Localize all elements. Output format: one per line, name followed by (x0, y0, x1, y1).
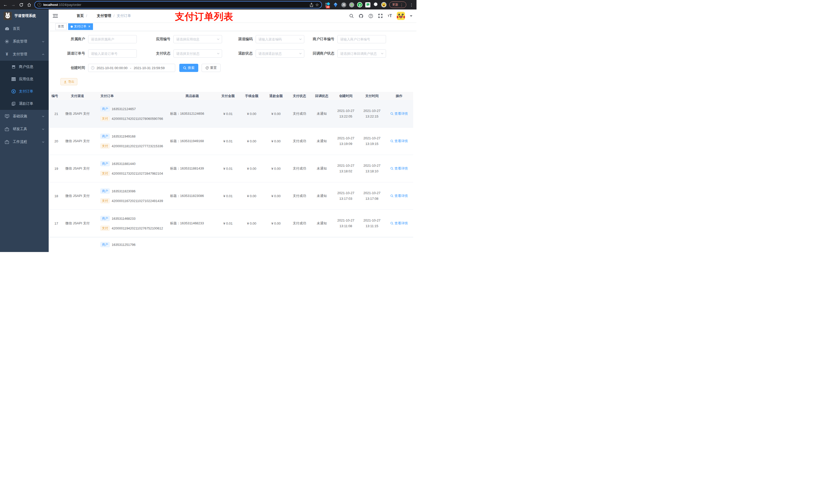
github-icon[interactable] (359, 14, 363, 19)
cell-notify-status: 未通知 (311, 166, 333, 171)
breadcrumb-current: 支付订单 (117, 14, 131, 18)
sidebar-item-home[interactable]: 首页 (0, 22, 49, 35)
payment-submenu: 商户信息 应用信息 支付订单 退款订单 (0, 61, 49, 110)
help-icon[interactable] (368, 14, 373, 19)
sidebar-item-payment[interactable]: ¥ 支付管理 (0, 48, 49, 61)
cell-create-time: 2021-10-2713:11:08 (333, 218, 359, 229)
search-button[interactable]: 搜索 (179, 64, 198, 72)
forward-icon[interactable]: → (10, 2, 16, 7)
merchant-order-no-input[interactable] (337, 35, 386, 43)
cell-notify-status: 未通知 (311, 112, 333, 116)
cell-pay-status: 支付成功 (288, 221, 311, 225)
cell-id: 20 (49, 139, 60, 143)
sidebar-fold-icon[interactable] (53, 14, 58, 18)
close-tag-icon[interactable]: ✕ (88, 25, 90, 28)
sidebar-item-dev-tools[interactable]: 研发工具 (0, 123, 49, 136)
orders-table: 编号 支付渠道 支付订单 商品标题 支付金额 手续金额 退款金额 支付状态 回调… (49, 92, 416, 252)
extension-record-icon[interactable] (349, 2, 354, 7)
cell-actions: 查看详情 (385, 112, 413, 116)
cell-create-time: 2021-10-2713:22:05 (333, 108, 359, 119)
extension-y-icon[interactable]: y (357, 2, 362, 7)
extension-chat-icon[interactable] (365, 2, 371, 7)
date-range-picker[interactable]: 2021-10-01 00:00:00 - 2021-10-31 23:59:5… (88, 64, 175, 72)
view-detail-link[interactable]: 查看详情 (390, 112, 408, 116)
merchant-order-no: 1635312124657 (112, 107, 136, 111)
view-detail-link[interactable]: 查看详情 (390, 166, 408, 171)
cell-pay-status: 支付成功 (288, 194, 311, 198)
home-icon[interactable] (26, 3, 32, 7)
document-copy-icon (11, 102, 16, 106)
fullscreen-icon[interactable] (378, 14, 383, 18)
back-icon[interactable]: ← (3, 2, 8, 7)
extension-badge: 10 (326, 6, 330, 8)
monitor-icon (5, 114, 9, 118)
cell-create-time: 2021-10-2713:18:02 (333, 163, 359, 174)
export-button[interactable]: 导出 (61, 78, 77, 85)
cell-title: 标题：1635311881439 (166, 166, 216, 171)
notify-status-select[interactable] (337, 49, 386, 57)
cell-channel: 微信 JSAPI 支付 (60, 139, 95, 143)
table-row: 21 微信 JSAPI 支付 商户 1635312124657 支付 (49, 100, 413, 127)
tag-pay-order[interactable]: 支付订单 ✕ (68, 23, 93, 30)
browser-update-button[interactable]: 更新⋮ (389, 2, 406, 8)
sidebar-item-app-info[interactable]: 应用信息 (0, 73, 49, 85)
tag-home[interactable]: 首页 (55, 23, 67, 30)
cell-refund: ¥ 0.00 (264, 221, 288, 225)
view-detail-link[interactable]: 查看详情 (390, 221, 408, 225)
search-icon[interactable] (349, 14, 354, 18)
extension-puzzle-icon[interactable] (373, 2, 378, 7)
filter-label-app: 应用编号 (137, 37, 173, 42)
sidebar-item-pay-order[interactable]: 支付订单 (0, 85, 49, 98)
sidebar-item-system[interactable]: 系统管理 (0, 35, 49, 48)
extension-kite-icon[interactable] (333, 2, 338, 7)
filter-label-refund-status: 退款状态 (222, 51, 256, 56)
extension-blocks-icon[interactable]: 10 (325, 2, 330, 7)
cell-fee: ¥ 0.00 (239, 221, 264, 225)
share-icon[interactable] (310, 3, 313, 7)
page-content: 所属商户 应用编号 渠道编码 商户订单编号 渠 (49, 31, 416, 252)
pay-status-select[interactable] (173, 49, 222, 57)
cell-notify-status: 未通知 (311, 139, 333, 143)
filter-label-channel-order-no: 渠道订单号 (55, 51, 88, 56)
chevron-down-icon (42, 141, 45, 143)
extension-emoji-icon[interactable] (381, 2, 386, 7)
sidebar-item-infrastructure[interactable]: 基础设施 (0, 110, 49, 123)
cell-amount: ¥ 0.01 (216, 139, 239, 143)
reload-icon[interactable] (19, 3, 24, 7)
pay-tag: 支付 (100, 198, 110, 203)
sidebar-item-merchant-info[interactable]: 商户信息 (0, 61, 49, 73)
view-detail-link[interactable]: 查看详情 (390, 139, 408, 143)
view-detail-link[interactable]: 查看详情 (390, 194, 408, 198)
channel-order-no-input[interactable] (88, 49, 137, 57)
table-grid-icon (11, 77, 16, 81)
sidebar-item-workflow[interactable]: 工作流程 (0, 136, 49, 148)
bookmark-star-icon[interactable]: ☆ (315, 2, 319, 7)
cell-amount: ¥ 0.01 (216, 112, 239, 116)
breadcrumb-payment[interactable]: 支付管理 (89, 14, 111, 18)
refund-status-select[interactable] (256, 49, 304, 57)
app-logo[interactable]: 芋道管理系统 (0, 9, 49, 22)
url-bar[interactable]: i localhost:1024/pay/order ☆ (34, 1, 322, 8)
clock-icon (91, 66, 95, 70)
filter-label-merchant: 所属商户 (55, 37, 88, 42)
sidebar-item-refund-order[interactable]: 退款订单 (0, 98, 49, 110)
channel-code-select[interactable] (256, 35, 304, 43)
cell-pay-status: 支付成功 (288, 139, 311, 143)
font-size-icon[interactable]: TT (387, 14, 392, 18)
site-info-icon[interactable]: i (38, 3, 41, 7)
avatar[interactable] (397, 12, 405, 20)
yen-circle-icon (11, 89, 16, 94)
cell-title: 标题：1635311949168 (166, 139, 216, 143)
reset-button[interactable]: 重置 (201, 64, 220, 72)
toolbox-icon (5, 127, 9, 131)
merchant-filter-input[interactable] (88, 35, 137, 43)
cell-pay-time: 2021-10-2713:22:15 (359, 108, 385, 119)
yen-icon: ¥ (5, 52, 9, 56)
app-filter-select[interactable] (173, 35, 222, 43)
merchant-tag: 商户 (100, 161, 110, 166)
extension-command-icon[interactable]: ⌘ (341, 2, 346, 7)
breadcrumb-home[interactable]: 首页 (62, 14, 84, 18)
browser-menu-icon[interactable]: ⋮ (409, 3, 414, 7)
cell-create-time: 2021-10-2713:19:09 (333, 136, 359, 147)
avatar-caret-icon[interactable] (410, 15, 412, 18)
